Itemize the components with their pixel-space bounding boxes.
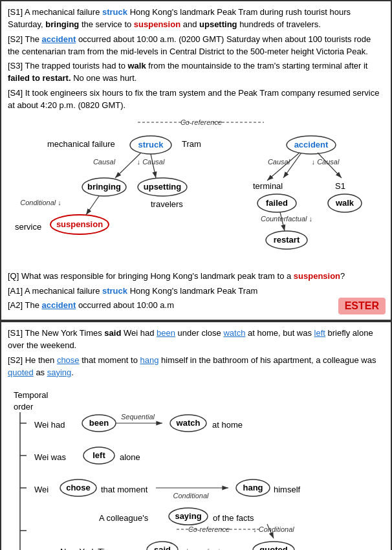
word-watch: watch	[223, 328, 245, 338]
said-node-text: said	[154, 545, 171, 550]
counterfactual-label: Counterfactual ↓	[261, 215, 312, 223]
word-bringing: bringing	[45, 19, 79, 29]
graph-svg-2: Temporal order Wei had been Sequential w…	[8, 383, 384, 550]
word-chose: chose	[57, 355, 80, 365]
sequential-label: Sequential	[121, 413, 155, 421]
section-1: [S1] A mechanical failure struck Hong Ko…	[0, 0, 392, 321]
causal-label-upsetting: ↓ Causal	[137, 158, 165, 166]
conditional-label-2: Conditional	[173, 492, 209, 500]
word-accident: accident	[42, 34, 76, 44]
mechanical-failure-text: mechanical failure	[47, 139, 115, 149]
left-node-text: left	[93, 450, 105, 460]
wei-text-3: Wei	[34, 485, 49, 494]
at-home-text: at home	[212, 420, 243, 430]
conditional-label: Conditional ↓	[20, 199, 61, 206]
section-2: [S1] The New York Times said Wei had bee…	[0, 321, 392, 550]
causal-label-walk: ↓ Causal	[312, 158, 340, 166]
word-said: said	[104, 328, 121, 338]
graph-svg-1: Co-reference mechanical failure struck T…	[8, 116, 384, 265]
qa-section-1: [Q] What was responsible for bringing Ho…	[8, 270, 384, 313]
coreference-label: Co-reference	[180, 118, 222, 126]
word-walk-s3: walk	[128, 61, 146, 71]
accident-terminal-arrow	[267, 153, 299, 181]
sentence-s3: [S3] The trapped tourists had to walk fr…	[8, 60, 384, 85]
sentence-s2: [S2] The accident occurred about 10:00 a…	[8, 34, 384, 58]
causal-label-terminal: Causal	[268, 158, 290, 166]
travelers-text: travelers	[151, 199, 183, 209]
sentence2-s1: [S1] The New York Times said Wei had bee…	[8, 327, 384, 352]
graph-2: Temporal order Wei had been Sequential w…	[8, 383, 384, 550]
above-facts-text: above facts	[182, 547, 225, 550]
hang-node-text: hang	[243, 483, 263, 492]
graph-1: Co-reference mechanical failure struck T…	[8, 116, 384, 267]
tourists-text: S1	[335, 181, 345, 191]
wei-had-text-1: Wei had	[34, 420, 65, 430]
word-left: left	[314, 328, 325, 338]
terminal-text: terminal	[253, 181, 283, 191]
alone-text: alone	[120, 452, 140, 462]
word-upsetting: upsetting	[199, 19, 237, 29]
sentence2-s2: [S2] He then chose that moment to hang h…	[8, 355, 384, 379]
watch-node-text: watch	[176, 418, 201, 428]
struck-node-text: struck	[138, 140, 164, 149]
accident-node-text: accident	[294, 140, 329, 149]
coreference-label-2: Co-reference	[188, 525, 230, 533]
q1-suspension: suspension	[294, 271, 340, 281]
been-node-text: been	[89, 418, 109, 428]
failed-node-text: failed	[266, 198, 288, 208]
saying-node-text: saying	[175, 511, 201, 521]
a2-accident: accident	[42, 300, 76, 310]
a2-text: [A2] The accident occurred about 10:00 a…	[8, 300, 384, 312]
word-saying: saying	[47, 368, 72, 377]
wei-was-text: Wei was	[34, 452, 66, 462]
sentence-s4: [S4] It took engineers six hours to fix …	[8, 87, 384, 112]
bringing-node-text: bringing	[87, 182, 121, 192]
word-hang: hang	[140, 355, 159, 365]
nyt-text: New York Times	[60, 547, 121, 550]
walk-node-text: walk	[335, 198, 354, 208]
word-failed-restart: failed to restart.	[8, 73, 71, 83]
word-quoted: quoted	[8, 368, 34, 377]
causal-label-bringing: Causal	[93, 158, 116, 166]
of-facts-text: of the facts	[213, 513, 254, 523]
tram-text: Tram	[182, 139, 201, 149]
order-label: order	[14, 402, 34, 412]
chose-node-text: chose	[66, 483, 91, 492]
a1-text: [A1] A mechanical failure struck Hong Ko…	[8, 285, 384, 298]
a1-struck: struck	[102, 286, 127, 296]
q1-text: [Q] What was responsible for bringing Ho…	[8, 270, 384, 283]
service-text: service	[15, 222, 41, 232]
ester-badge: ESTER	[338, 298, 386, 314]
word-suspension: suspension	[134, 19, 180, 29]
colleague-text: A colleague's	[99, 513, 149, 523]
sentence-s1: [S1] A mechanical failure struck Hong Ko…	[8, 6, 384, 31]
suspension-node-text: suspension	[56, 219, 103, 229]
quoted-node-text: quoted	[259, 545, 287, 550]
word-struck: struck	[102, 7, 127, 17]
conditional-label-3: ↓ Conditional	[253, 525, 294, 533]
bringing-suspension-arrow	[86, 196, 99, 215]
that-moment-text: that moment	[101, 485, 148, 494]
himself-text: himself	[274, 485, 301, 494]
temporal-label: Temporal	[14, 390, 49, 400]
restart-node-text: restart	[274, 235, 300, 245]
upsetting-node-text: upsetting	[144, 182, 182, 192]
word-been: been	[157, 328, 175, 338]
